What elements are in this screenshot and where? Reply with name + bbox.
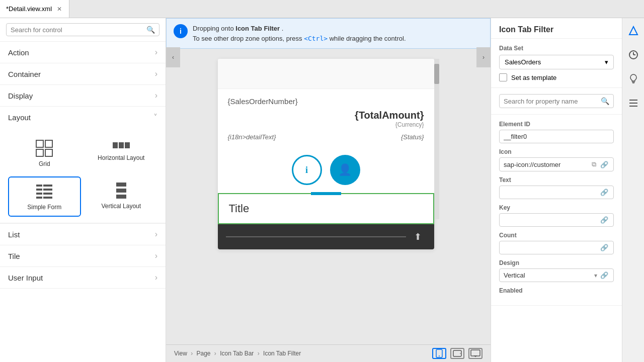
- icon-field: Icon ⧉ 🔗: [499, 148, 614, 171]
- main-layout: 🔍 Action › Container › Display › L: [0, 18, 644, 362]
- simple-form-icon: [35, 183, 53, 201]
- nav-item-list[interactable]: List ›: [0, 224, 166, 245]
- device-phone[interactable]: [432, 348, 446, 359]
- element-id-input-row: [499, 130, 614, 143]
- count-label: Count: [499, 232, 614, 239]
- design-input[interactable]: [504, 272, 592, 279]
- grid-icon: [35, 139, 53, 157]
- menu-lines-icon[interactable]: [626, 96, 641, 111]
- breadcrumb-bar: View › Page › Icon Tab Bar › Icon Tab Fi…: [166, 344, 491, 362]
- key-link-button[interactable]: 🔗: [599, 216, 609, 224]
- person-circle-icon[interactable]: 👤: [330, 155, 360, 185]
- total-amount: {TotalAmount}: [228, 110, 424, 121]
- element-id-field: Element ID: [499, 121, 614, 143]
- svg-rect-5: [119, 142, 124, 148]
- chevron-right-icon: ›: [155, 48, 157, 57]
- text-input[interactable]: [504, 189, 597, 196]
- svg-point-19: [439, 355, 440, 356]
- count-link-button[interactable]: 🔗: [599, 244, 609, 251]
- search-input[interactable]: [11, 26, 146, 34]
- element-id-section: Element ID Icon ⧉ 🔗: [491, 115, 622, 306]
- icon-label: Icon: [499, 148, 614, 155]
- svg-rect-15: [116, 183, 126, 187]
- chevron-down-icon: ▾: [605, 58, 608, 66]
- nav-item-label: Display: [8, 92, 33, 100]
- search-property-wrapper: 🔍: [499, 94, 614, 108]
- svg-rect-17: [116, 195, 126, 199]
- nav-item-user-input[interactable]: User Input ›: [0, 267, 166, 289]
- tab-close-icon[interactable]: ✕: [56, 5, 63, 14]
- svg-rect-7: [36, 185, 42, 187]
- device-tablet[interactable]: [450, 348, 464, 359]
- dataset-label: Data Set: [499, 45, 614, 52]
- drop-indicator: [311, 192, 341, 195]
- nav-item-action[interactable]: Action ›: [0, 42, 166, 63]
- card-header: [218, 59, 434, 89]
- search-button[interactable]: 🔍: [146, 26, 155, 34]
- search-input-wrapper: 🔍: [6, 23, 159, 36]
- breadcrumb-view[interactable]: View: [174, 350, 187, 357]
- nav-item-container[interactable]: Container ›: [0, 63, 166, 85]
- layout-item-horizontal[interactable]: Horizontal Layout: [85, 134, 158, 172]
- tab-item-detail-view[interactable]: *Detail.view.xml ✕: [0, 0, 69, 18]
- layout-header[interactable]: Layout ˅: [0, 107, 166, 128]
- drop-info-text: Dropping onto Icon Tab Filter . To see o…: [193, 24, 406, 43]
- breadcrumb-icon-tab-filter[interactable]: Icon Tab Filter: [263, 350, 301, 357]
- layout-item-horizontal-label: Horizontal Layout: [98, 154, 144, 161]
- count-input[interactable]: [504, 244, 597, 251]
- svg-rect-12: [43, 193, 52, 195]
- vertical-scrollbar[interactable]: [434, 59, 439, 219]
- layout-item-grid[interactable]: Grid: [8, 134, 81, 172]
- chevron-right-icon: ›: [155, 91, 157, 100]
- title-box[interactable]: Title: [218, 193, 434, 224]
- info-circle-icon[interactable]: i: [292, 155, 322, 185]
- svg-rect-16: [116, 189, 126, 193]
- icon-link-button[interactable]: 🔗: [599, 161, 609, 168]
- layout-item-simple-form-label: Simple Form: [27, 204, 61, 211]
- nav-item-display[interactable]: Display ›: [0, 85, 166, 107]
- svg-rect-2: [36, 149, 43, 156]
- clock-icon[interactable]: [626, 47, 641, 62]
- design-label: Design: [499, 259, 614, 266]
- set-as-template-checkbox[interactable]: [499, 73, 507, 81]
- nav-item-tile[interactable]: Tile ›: [0, 245, 166, 267]
- horizontal-layout-icon: [112, 139, 130, 151]
- progress-line: [226, 236, 406, 237]
- canvas-nav-left[interactable]: ‹: [166, 47, 180, 67]
- icon-input[interactable]: [504, 161, 589, 168]
- svg-point-21: [460, 353, 461, 354]
- text-link-button[interactable]: 🔗: [599, 189, 609, 196]
- design-link-button[interactable]: 🔗: [599, 272, 609, 279]
- dataset-dropdown[interactable]: SalesOrders ▾: [499, 55, 614, 69]
- share-button[interactable]: ⬆: [410, 229, 426, 245]
- svg-rect-8: [43, 185, 52, 187]
- svg-rect-11: [36, 193, 42, 195]
- enabled-label: Enabled: [499, 287, 614, 294]
- svg-rect-3: [45, 149, 52, 156]
- nav-item-label: User Input: [8, 274, 43, 282]
- device-desktop[interactable]: [468, 348, 482, 359]
- svg-rect-13: [36, 197, 42, 199]
- layout-label: Layout: [8, 113, 31, 122]
- title-text: Title: [229, 202, 250, 215]
- element-id-input[interactable]: [504, 133, 609, 140]
- canvas-nav-right[interactable]: ›: [476, 47, 491, 67]
- chevron-right-icon: ›: [155, 251, 157, 260]
- vertical-layout-icon: [112, 182, 130, 200]
- drop-info-bar: i Dropping onto Icon Tab Filter . To see…: [166, 18, 491, 49]
- layout-item-simple-form[interactable]: Simple Form: [8, 176, 81, 217]
- card-detail-row: {i18n>detailText} {Status}: [228, 133, 424, 141]
- key-input[interactable]: [504, 216, 597, 224]
- palette-icon[interactable]: [626, 23, 641, 38]
- status-text: {Status}: [401, 133, 424, 141]
- layout-item-vertical[interactable]: Vertical Layout: [85, 176, 158, 217]
- key-field: Key 🔗: [499, 204, 614, 227]
- key-label: Key: [499, 204, 614, 211]
- icon-copy-button[interactable]: ⧉: [591, 160, 597, 168]
- search-property-input[interactable]: [504, 98, 601, 105]
- breadcrumb-page[interactable]: Page: [196, 350, 210, 357]
- svg-rect-0: [36, 140, 43, 147]
- breadcrumb-icon-tab-bar[interactable]: Icon Tab Bar: [220, 350, 254, 357]
- lightbulb-icon[interactable]: [626, 71, 641, 86]
- nav-item-label: Tile: [8, 252, 20, 260]
